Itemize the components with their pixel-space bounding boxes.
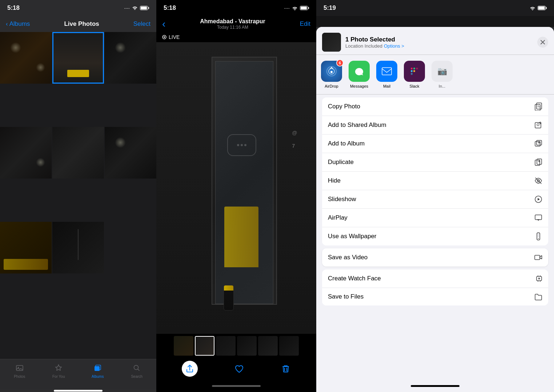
menu-item-shared-album[interactable]: Add to Shared Album bbox=[322, 116, 548, 135]
bottle-stripe bbox=[224, 285, 233, 291]
panel-share-sheet: 5:19 1 Photo Selected Location Included … bbox=[316, 0, 554, 392]
airplay-label: AirPlay bbox=[328, 214, 348, 221]
svg-rect-12 bbox=[411, 70, 413, 72]
grid-item-7[interactable] bbox=[0, 222, 52, 273]
more-app-icon: 📷 bbox=[431, 61, 453, 82]
copy-photo-label: Copy Photo bbox=[328, 103, 360, 110]
airdrop-label: AirDrop bbox=[325, 84, 338, 88]
wallpaper-label: Use as Wallpaper bbox=[328, 233, 377, 240]
menu-item-slideshow[interactable]: Slideshow bbox=[322, 190, 548, 209]
share-button[interactable] bbox=[182, 361, 198, 377]
edit-button[interactable]: Edit bbox=[300, 20, 310, 28]
svg-rect-21 bbox=[535, 141, 540, 146]
app-slack[interactable]: Slack bbox=[404, 61, 425, 88]
thumb-6[interactable] bbox=[279, 336, 299, 356]
select-button[interactable]: Select bbox=[133, 20, 150, 28]
status-bar-2: 5:18 ···· bbox=[156, 0, 316, 16]
messages-label: Messages bbox=[350, 84, 368, 88]
grid-item-5[interactable] bbox=[52, 127, 104, 179]
svg-point-30 bbox=[538, 238, 539, 239]
mail-logo bbox=[381, 67, 392, 76]
slideshow-label: Slideshow bbox=[328, 196, 356, 203]
mail-icon bbox=[376, 61, 397, 82]
airdrop-icon: 6 bbox=[321, 61, 342, 82]
wallpaper-icon bbox=[534, 232, 542, 240]
grid-item-3[interactable] bbox=[105, 32, 156, 84]
menu-section-main: Copy Photo Add to Shared Album bbox=[322, 97, 548, 245]
home-bar-2 bbox=[212, 385, 261, 387]
chevron-left-icon: ‹ bbox=[6, 20, 8, 28]
menu-spacer-top bbox=[316, 95, 554, 97]
grid-item-4[interactable] bbox=[0, 127, 52, 179]
status-icons-3 bbox=[530, 6, 547, 10]
scene-graffiti-1 bbox=[227, 134, 256, 156]
wifi-icon-2 bbox=[292, 6, 298, 10]
watch-face-icon bbox=[536, 275, 542, 283]
add-album-label: Add to Album bbox=[328, 140, 365, 147]
tab-search[interactable]: Search bbox=[117, 363, 157, 379]
panel-photo-detail: 5:18 ···· ‹ Ahmedabad - Vastrapur Today … bbox=[156, 0, 316, 392]
thumb-3[interactable] bbox=[216, 336, 236, 356]
menu-item-airplay[interactable]: AirPlay bbox=[322, 209, 548, 227]
menu-item-hide[interactable]: Hide bbox=[322, 172, 548, 190]
share-sheet-header: 1 Photo Selected Location Included Optio… bbox=[316, 27, 554, 55]
app-messages[interactable]: Messages bbox=[348, 61, 370, 88]
home-bar-3 bbox=[411, 385, 459, 387]
menu-item-save-video[interactable]: Save as Video bbox=[322, 248, 548, 267]
share-icon bbox=[186, 365, 194, 373]
app-mail[interactable]: Mail bbox=[376, 61, 398, 88]
options-button[interactable]: Options > bbox=[384, 43, 404, 49]
slack-icon bbox=[404, 61, 425, 82]
share-sheet-title: 1 Photo Selected bbox=[345, 36, 533, 43]
menu-item-watch-face[interactable]: Create Watch Face bbox=[322, 269, 548, 288]
delete-button[interactable] bbox=[281, 364, 291, 374]
thumb-1[interactable] bbox=[174, 336, 193, 356]
status-bar-1: 5:18 ···· bbox=[0, 0, 156, 16]
photo-location-title: Ahmedabad - Vastrapur bbox=[200, 18, 265, 25]
close-icon bbox=[541, 40, 545, 44]
svg-rect-17 bbox=[535, 104, 540, 111]
svg-rect-31 bbox=[535, 255, 540, 260]
menu-item-duplicate[interactable]: Duplicate bbox=[322, 153, 548, 172]
svg-rect-11 bbox=[411, 68, 413, 69]
close-button[interactable] bbox=[537, 37, 548, 48]
menu-item-wallpaper[interactable]: Use as Wallpaper bbox=[322, 227, 548, 245]
battery-icon-2 bbox=[300, 6, 309, 10]
app-airdrop[interactable]: 6 AirDrop bbox=[321, 61, 342, 88]
status-time-2: 5:18 bbox=[164, 4, 176, 12]
albums-tab-icon bbox=[93, 363, 103, 373]
panel-live-photos: 5:18 ···· ‹ Albums Live Photos Select bbox=[0, 0, 156, 392]
tab-photos[interactable]: Photos bbox=[0, 363, 39, 379]
thumb-4[interactable] bbox=[237, 336, 257, 356]
main-photo[interactable]: @ 7 bbox=[156, 42, 316, 334]
scene-chairs bbox=[224, 207, 259, 267]
menu-item-add-album[interactable]: Add to Album bbox=[322, 135, 548, 153]
hide-label: Hide bbox=[328, 177, 341, 184]
scene-glass bbox=[215, 61, 273, 304]
grid-item-6[interactable] bbox=[105, 127, 156, 179]
menu-item-copy-photo[interactable]: Copy Photo bbox=[322, 97, 548, 116]
wifi-icon bbox=[132, 5, 138, 11]
back-button-albums[interactable]: ‹ Albums bbox=[6, 20, 30, 28]
albums-tab-label: Albums bbox=[92, 375, 104, 379]
svg-rect-27 bbox=[535, 215, 542, 220]
app-more[interactable]: 📷 In... bbox=[431, 61, 453, 88]
save-video-icon bbox=[534, 253, 542, 261]
scene-numbers: @ 7 bbox=[292, 130, 297, 149]
signal-icon-2: ···· bbox=[284, 5, 290, 11]
svg-rect-29 bbox=[538, 233, 539, 237]
grid-item-2[interactable] bbox=[52, 32, 104, 84]
status-icons-2: ···· bbox=[284, 5, 309, 11]
add-shared-album-label: Add to Shared Album bbox=[328, 121, 386, 129]
share-sheet-subtitle: Location Included Options > bbox=[345, 43, 533, 49]
grid-item-8[interactable] bbox=[52, 222, 104, 273]
grid-item-1[interactable] bbox=[0, 32, 52, 84]
menu-item-save-files[interactable]: Save to Files bbox=[322, 288, 548, 305]
back-button-detail[interactable]: ‹ bbox=[162, 19, 165, 29]
tab-albums[interactable]: Albums bbox=[78, 363, 117, 379]
tab-for-you[interactable]: For You bbox=[39, 363, 79, 379]
wifi-icon-3 bbox=[530, 6, 535, 10]
heart-button[interactable] bbox=[234, 364, 244, 374]
thumb-2[interactable] bbox=[195, 336, 214, 356]
thumb-5[interactable] bbox=[258, 336, 278, 356]
